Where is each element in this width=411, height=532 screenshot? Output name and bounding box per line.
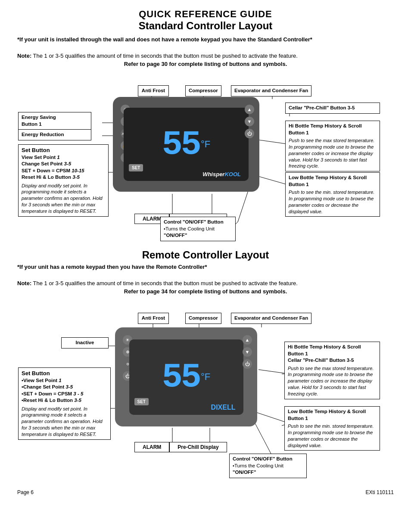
remote-icon-down: ▼	[243, 347, 252, 357]
icon-down-arrow: ▼	[245, 117, 254, 126]
remote-anti-frost-label: Anti Frost	[138, 313, 169, 324]
set-cpsm: SET + Down = CPSM 10-15	[22, 168, 105, 174]
on-off-line2: "ON/OFF"	[164, 232, 232, 239]
hi-bottle-title: Hi Bottle Temp History & Scroll Button 1	[289, 123, 377, 136]
temp-display-area: 55 °F WhisperKOOL SET	[124, 108, 249, 181]
temp-unit: °F	[201, 139, 210, 150]
remote-hi-bottle-title: Hi Bottle Temp History & Scroll Button 1	[288, 344, 377, 357]
remote-set-reset: •Reset Hi & Lo Button 3-5	[22, 397, 107, 404]
note-bold: Refer to page 30 for complete listing of…	[17, 61, 394, 67]
energy-reduction-label: Energy Reduction	[18, 129, 91, 140]
remote-bottom-bar: ALARM Pre-Chill Display	[134, 442, 227, 452]
set-change: Change Set Point 3-5	[22, 161, 105, 168]
remote-temp-unit: °F	[201, 371, 210, 383]
on-off-label: Control "ON/OFF" Button •Turns the Cooli…	[160, 217, 236, 241]
energy-saving-label: Energy Saving Button 1	[18, 112, 91, 130]
icon-power: ⏻	[245, 129, 254, 138]
remote-hi-bottle-desc: Push to see the max stored temperature. …	[288, 365, 377, 397]
set-reset: Reset Hi & Lo Button 3-5	[22, 174, 105, 181]
footer: Page 6 EXti 110111	[17, 489, 394, 495]
standard-diagram: Anti Frost Compressor Evaporator and Con…	[18, 73, 393, 241]
icon-up-arrow: ▲	[245, 105, 254, 114]
remote-lo-bottle-label: Low Bottle Temp History & Scroll Button …	[284, 406, 380, 451]
remote-cellar-prechill: Cellar "Pre-Chill" Button 3-5	[288, 357, 377, 364]
set-btn-display: SET	[129, 164, 143, 171]
remote-set-desc: Display and modify set point. In program…	[22, 406, 107, 438]
footer-doc: EXti 110111	[366, 489, 394, 495]
hi-bottle-desc: Push to see the max stored temperature. …	[289, 137, 377, 169]
remote-note-bold: Refer to page 34 for complete listing of…	[17, 288, 394, 295]
remote-on-off-title: Control "ON/OFF" Button	[233, 456, 303, 463]
remote-alarm-box: ALARM	[134, 442, 169, 452]
remote-note-label: Note:	[17, 280, 31, 286]
note-content: The 1 or 3-5 qualifies the amount of tim…	[31, 53, 298, 59]
compressor-label: Compressor	[185, 85, 221, 96]
remote-note-line: Note: The 1 or 3-5 qualifies the amount …	[17, 280, 394, 286]
remote-note-content: The 1 or 3-5 qualifies the amount of tim…	[31, 280, 298, 286]
right-icons: ▲ ▼ ⏻	[245, 105, 254, 138]
remote-subtitle: *If your unit has a remote keypad then y…	[17, 264, 394, 270]
remote-set-btn: SET	[134, 398, 149, 405]
note-line: Note: The 1 or 3-5 qualifies the amount …	[17, 53, 394, 59]
dixell-brand: DIXELL	[211, 404, 236, 411]
brand-kool: KOOL	[224, 171, 241, 177]
cellar-prechill-label: Cellar "Pre-Chill" Button 3-5	[285, 103, 380, 114]
hi-bottle-label: Hi Bottle Temp History & Scroll Button 1…	[285, 121, 380, 171]
remote-section: Remote Controller Layout *If your unit h…	[17, 249, 394, 295]
remote-set-view: •View Set Point 1	[22, 377, 107, 384]
remote-evap-fan-label: Evaporator and Condenser Fan	[231, 313, 311, 324]
lo-bottle-title: Low Bottle Temp History & Scroll Button …	[289, 174, 377, 188]
standard-controller-body: ☀ ❄ AUX 🔒 ⚙ 55 °F WhisperKOOL SET ▲ ▼ ⏻	[113, 97, 259, 192]
remote-lo-bottle-desc: Push to see the min. stored temperature.…	[288, 423, 377, 448]
remote-title: Remote Controller Layout	[17, 249, 394, 261]
remote-icon-up: ▲	[243, 335, 252, 345]
remote-temperature: 55	[162, 358, 200, 397]
lo-bottle-label: Low Bottle Temp History & Scroll Button …	[285, 172, 380, 217]
brand-whisper: Whisper	[202, 171, 224, 177]
remote-temp-display: 55 °F DIXELL SET	[129, 339, 243, 415]
set-button-label: Set Button View Set Point 1 Change Set P…	[18, 144, 109, 217]
remote-diagram: Anti Frost Compressor Evaporator and Con…	[18, 301, 393, 482]
footer-page: Page 6	[17, 489, 34, 495]
remote-on-off-line1: •Turns the Cooling Unit	[233, 463, 303, 470]
set-button-title: Set Button	[22, 146, 105, 154]
remote-on-off-line2: "ON/OFF"	[233, 469, 303, 476]
remote-set-change: •Change Set Point 3-5	[22, 384, 107, 391]
remote-hi-bottle-label: Hi Bottle Temp History & Scroll Button 1…	[284, 342, 380, 399]
remote-brand: DIXELL	[211, 404, 236, 411]
set-desc: Display and modify set point. In program…	[22, 183, 105, 215]
page-header: QUICK REFERENCE GUIDE Standard Controlle…	[17, 9, 394, 67]
brand-whisperkool: WhisperKOOL	[202, 171, 241, 177]
main-title: QUICK REFERENCE GUIDE	[17, 9, 394, 20]
anti-frost-label: Anti Frost	[138, 85, 169, 96]
remote-set-cpsm: •SET + Down = CPSM 3 - 5	[22, 391, 107, 398]
remote-set-button-label: Set Button •View Set Point 1 •Change Set…	[18, 367, 111, 440]
remote-right-icons: ▲ ▼ ⏻	[243, 335, 252, 369]
remote-set-title: Set Button	[22, 370, 107, 377]
remote-lo-bottle-title: Low Bottle Temp History & Scroll Button …	[288, 408, 377, 422]
lo-bottle-desc: Push to see the min. stored temperature.…	[289, 189, 377, 215]
inactive-label: Inactive	[61, 337, 109, 348]
remote-on-off-label: Control "ON/OFF" Button •Turns the Cooli…	[229, 454, 307, 478]
remote-controller-body: ☀ ❄ ⚙ ⏻ 55 °F DIXELL SET ▲ ▼ ⏻	[115, 327, 257, 426]
temperature-value: 55	[162, 125, 200, 164]
sub-title: Standard Controller Layout	[17, 20, 394, 32]
remote-icon-pwr: ⏻	[243, 359, 252, 369]
note-label: Note:	[17, 53, 31, 59]
set-view: View Set Point 1	[22, 154, 105, 161]
standard-subtitle: *If your unit is installed through the w…	[17, 36, 394, 43]
on-off-line1: •Turns the Cooling Unit	[164, 226, 232, 233]
remote-compressor-label: Compressor	[185, 313, 221, 324]
remote-prechill-display-box: Pre-Chill Display	[169, 442, 227, 452]
on-off-title: Control "ON/OFF" Button	[164, 219, 232, 226]
evap-fan-label: Evaporator and Condenser Fan	[231, 85, 311, 96]
